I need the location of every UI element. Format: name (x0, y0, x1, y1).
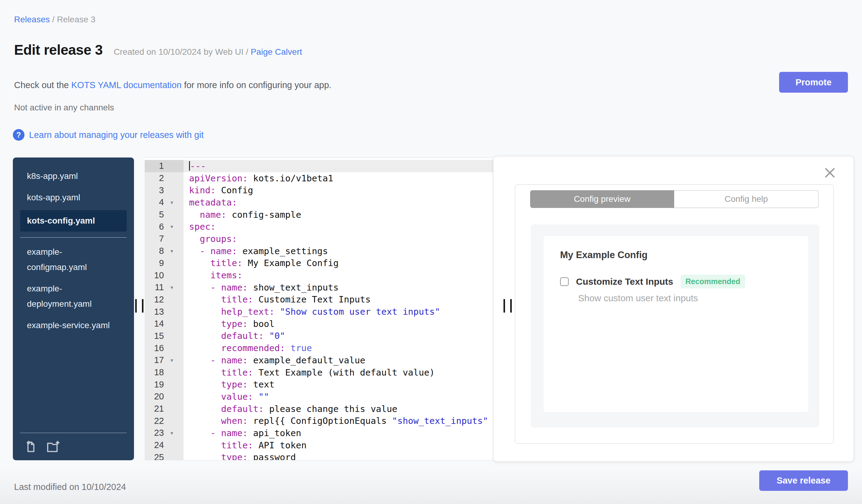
sidebar-file-kots-app.yaml[interactable]: kots-app.yaml (20, 187, 127, 208)
code-line-16[interactable]: 16 recommended: true (145, 342, 514, 354)
channel-status: Not active in any channels (14, 103, 114, 112)
code-line-6[interactable]: 6▾spec: (145, 221, 514, 233)
line-number: 7 (145, 233, 184, 245)
yaml-code-editor[interactable]: 1---2apiVersion: kots.io/v1beta13kind: C… (145, 158, 514, 460)
code-line-22[interactable]: 22 when: repl{{ ConfigOptionEquals "show… (145, 415, 514, 427)
line-number: 3 (145, 184, 184, 196)
git-help-link[interactable]: Learn about managing your releases with … (29, 130, 204, 140)
code-line-17[interactable]: 17▾ - name: example_default_value (145, 354, 514, 367)
code-text[interactable]: items: (184, 269, 514, 281)
fold-arrow-icon[interactable]: ▾ (170, 224, 173, 230)
code-text[interactable]: metadata: (184, 196, 514, 209)
code-text[interactable]: default: please change this value (184, 403, 514, 415)
code-line-21[interactable]: 21 default: please change this value (145, 403, 514, 415)
code-line-24[interactable]: 24 title: API token (145, 439, 514, 451)
line-number: 12 (145, 294, 184, 306)
code-line-13[interactable]: 13 help_text: "Show custom user text inp… (145, 306, 514, 318)
kots-yaml-doc-link[interactable]: KOTS YAML documentation (71, 80, 182, 90)
line-number: 8▾ (145, 245, 184, 257)
line-number: 19 (145, 378, 184, 390)
tab-config-preview[interactable]: Config preview (530, 190, 674, 208)
code-text[interactable]: type: text (184, 378, 514, 390)
code-line-12[interactable]: 12 title: Customize Text Inputs (145, 294, 514, 306)
line-number: 22 (145, 415, 184, 427)
code-text[interactable]: title: Text Example (with default value) (184, 367, 514, 379)
line-number: 25 (145, 451, 184, 461)
config-item-label: Customize Text Inputs (576, 277, 673, 287)
code-line-10[interactable]: 10 items: (145, 269, 514, 281)
pane-resize-handle-left[interactable] (135, 299, 150, 314)
breadcrumb-current: Release 3 (57, 15, 95, 24)
line-number: 15 (145, 330, 184, 342)
fold-arrow-icon[interactable]: ▾ (170, 248, 173, 254)
fold-arrow-icon[interactable]: ▾ (170, 284, 173, 291)
fold-arrow-icon[interactable]: ▾ (170, 357, 173, 363)
sidebar-footer (20, 433, 127, 460)
code-text[interactable]: help_text: "Show custom user text inputs… (184, 306, 514, 318)
code-text[interactable]: title: API token (184, 439, 514, 451)
code-line-25[interactable]: 25 type: password (145, 451, 514, 461)
line-number: 1 (145, 160, 184, 172)
question-circle-icon: ? (13, 129, 25, 141)
fold-arrow-icon[interactable]: ▾ (170, 430, 173, 436)
code-line-20[interactable]: 20 value: "" (145, 390, 514, 403)
config-group-card: My Example Config Customize Text Inputs … (544, 236, 808, 412)
code-text[interactable]: spec: (184, 221, 514, 233)
customize-text-inputs-checkbox[interactable] (560, 277, 569, 286)
code-line-7[interactable]: 7 groups: (145, 233, 514, 245)
pane-resize-handle-right[interactable] (504, 299, 519, 314)
code-text[interactable]: apiVersion: kots.io/v1beta1 (184, 172, 514, 184)
code-text[interactable]: type: password (184, 451, 514, 461)
code-line-2[interactable]: 2apiVersion: kots.io/v1beta1 (145, 172, 514, 184)
add-file-icon[interactable] (24, 440, 38, 454)
code-line-15[interactable]: 15 default: "0" (145, 330, 514, 342)
code-line-4[interactable]: 4▾metadata: (145, 196, 514, 209)
code-text[interactable]: when: repl{{ ConfigOptionEquals "show_te… (184, 415, 514, 427)
code-text[interactable]: default: "0" (184, 330, 514, 342)
sidebar-file-example-service.yaml[interactable]: example-service.yaml (20, 315, 127, 336)
created-author-link[interactable]: Paige Calvert (250, 47, 302, 56)
code-text[interactable]: - name: api_token (184, 427, 514, 439)
code-text[interactable]: title: Customize Text Inputs (184, 294, 514, 306)
code-text[interactable]: kind: Config (184, 184, 514, 196)
tab-config-help[interactable]: Config help (674, 190, 819, 208)
code-line-18[interactable]: 18 title: Text Example (with default val… (145, 367, 514, 379)
sidebar-file-example-deployment.yaml[interactable]: example-deployment.yaml (20, 278, 127, 315)
file-list-bottom: example-configmap.yamlexample-deployment… (13, 241, 134, 336)
sidebar-file-kots-config.yaml[interactable]: kots-config.yaml (20, 210, 127, 231)
config-item-help-text: Show custom user text inputs (578, 293, 698, 303)
code-text[interactable]: groups: (184, 233, 514, 245)
code-text[interactable]: name: config-sample (184, 209, 514, 221)
code-text[interactable]: - name: show_text_inputs (184, 281, 514, 294)
code-text[interactable]: type: bool (184, 318, 514, 330)
code-line-5[interactable]: 5 name: config-sample (145, 209, 514, 221)
code-line-23[interactable]: 23▾ - name: api_token (145, 427, 514, 439)
close-icon[interactable] (824, 167, 836, 179)
sidebar-file-k8s-app.yaml[interactable]: k8s-app.yaml (20, 165, 127, 187)
sidebar-file-example-configmap.yaml[interactable]: example-configmap.yaml (20, 241, 127, 278)
recommended-badge: Recommended (681, 275, 745, 288)
code-line-1[interactable]: 1--- (145, 160, 514, 172)
code-line-3[interactable]: 3kind: Config (145, 184, 514, 196)
code-line-19[interactable]: 19 type: text (145, 378, 514, 390)
git-help-row[interactable]: ? Learn about managing your releases wit… (13, 129, 204, 141)
code-text[interactable]: - name: example_settings (184, 245, 514, 257)
code-text[interactable]: - name: example_default_value (184, 354, 514, 367)
line-number: 20 (145, 390, 184, 403)
code-text[interactable]: --- (184, 160, 514, 172)
code-line-11[interactable]: 11▾ - name: show_text_inputs (145, 281, 514, 294)
code-line-8[interactable]: 8▾ - name: example_settings (145, 245, 514, 257)
code-text[interactable]: value: "" (184, 390, 514, 403)
line-number: 4▾ (145, 196, 184, 209)
code-line-14[interactable]: 14 type: bool (145, 318, 514, 330)
created-text: Created on 10/10/2024 by Web UI / (114, 47, 248, 56)
save-release-button[interactable]: Save release (759, 470, 848, 491)
code-line-9[interactable]: 9 title: My Example Config (145, 257, 514, 269)
promote-button[interactable]: Promote (779, 72, 848, 93)
breadcrumb-releases-link[interactable]: Releases (14, 15, 50, 24)
code-text[interactable]: title: My Example Config (184, 257, 514, 269)
line-number: 10 (145, 269, 184, 281)
add-folder-icon[interactable] (46, 440, 61, 454)
fold-arrow-icon[interactable]: ▾ (170, 199, 173, 205)
code-text[interactable]: recommended: true (184, 342, 514, 354)
